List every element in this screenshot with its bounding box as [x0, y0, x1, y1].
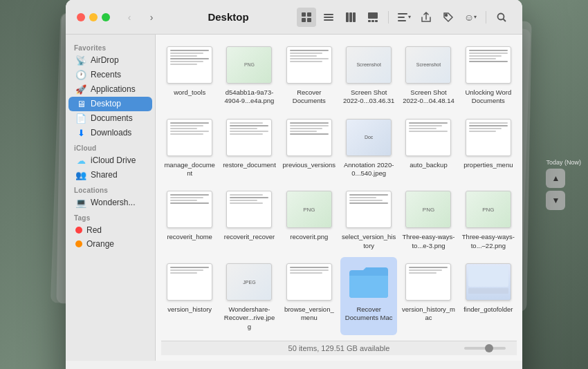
- bottom-buttons: Cancel Restore: [66, 361, 522, 369]
- minimize-button[interactable]: [89, 13, 98, 21]
- list-item[interactable]: PNG recoverit.png: [281, 184, 338, 254]
- file-name: Recover Documents: [282, 88, 336, 106]
- sidebar-item-recents[interactable]: 🕐 Recents: [68, 68, 152, 82]
- list-item[interactable]: version_history: [161, 257, 218, 335]
- file-grid: word_tools PNG d54abb1a-9a73-4904-9...e4…: [161, 40, 517, 335]
- file-name: Screen Shot 2022-0...04.48.14: [401, 88, 455, 106]
- content-area: Favorites 📡 AirDrop 🕐 Recents 🚀 Applicat…: [66, 35, 522, 361]
- list-item[interactable]: PNG d54abb1a-9a73-4904-9...e4a.png: [221, 40, 277, 110]
- back-button[interactable]: ‹: [121, 9, 138, 26]
- view-columns-button[interactable]: [341, 8, 360, 27]
- list-item[interactable]: PNG Three-easy-ways-to...e-3.png: [400, 184, 457, 254]
- svg-rect-2: [302, 18, 306, 22]
- forward-button[interactable]: ›: [143, 9, 160, 26]
- tags-label: Tags: [66, 210, 155, 223]
- file-name: recoverit_recover: [224, 233, 275, 241]
- list-item[interactable]: PNG Three-easy-ways-to...–22.png: [460, 184, 517, 254]
- sidebar-item-airdrop[interactable]: 📡 AirDrop: [68, 53, 152, 68]
- list-item[interactable]: finder_gotofolder: [460, 257, 517, 335]
- sidebar-wondershare-label: Wondersh...: [91, 198, 135, 207]
- file-name: d54abb1a-9a73-4904-9...e4a.png: [222, 88, 276, 106]
- search-button[interactable]: [492, 8, 511, 27]
- list-item[interactable]: word_tools: [161, 40, 218, 110]
- svg-rect-12: [371, 20, 374, 22]
- sidebar-red-label: Red: [86, 225, 102, 235]
- list-item[interactable]: Screenshot Screen Shot 2022-0...03.46.31: [340, 40, 397, 110]
- sidebar-item-applications[interactable]: 🚀 Applications: [68, 82, 152, 97]
- file-grid-container[interactable]: word_tools PNG d54abb1a-9a73-4904-9...e4…: [156, 35, 522, 361]
- traffic-lights: [77, 13, 110, 21]
- sidebar-downloads-label: Downloads: [91, 128, 131, 138]
- list-item[interactable]: recoverit_home: [161, 184, 218, 254]
- svg-rect-6: [324, 19, 333, 21]
- list-item[interactable]: Screenshot Screen Shot 2022-0...04.48.14: [400, 40, 457, 110]
- file-name: version_history: [167, 305, 212, 314]
- sidebar-item-desktop[interactable]: 🖥 Desktop: [68, 97, 152, 111]
- emoji-button[interactable]: ☺▾: [461, 8, 480, 27]
- sidebar: Favorites 📡 AirDrop 🕐 Recents 🚀 Applicat…: [66, 35, 156, 361]
- svg-rect-9: [353, 12, 356, 22]
- view-list-button[interactable]: [319, 8, 338, 27]
- airdrop-icon: 📡: [75, 55, 86, 66]
- list-item[interactable]: previous_versions: [281, 113, 338, 182]
- svg-rect-0: [302, 12, 306, 17]
- close-button[interactable]: [77, 13, 85, 21]
- list-item[interactable]: Recover Documents: [281, 40, 338, 110]
- sidebar-item-shared[interactable]: 👥 Shared: [68, 168, 152, 182]
- list-item[interactable]: select_version_history: [340, 184, 397, 254]
- sidebar-applications-label: Applications: [91, 84, 136, 94]
- file-name: recoverit.png: [290, 233, 328, 241]
- svg-rect-14: [398, 13, 407, 15]
- list-item[interactable]: recoverit_recover: [221, 184, 277, 254]
- list-item[interactable]: JPEG Wondershare-Recover...rive.jpeg: [221, 257, 277, 335]
- sidebar-item-red[interactable]: Red: [68, 223, 152, 237]
- sidebar-icloud-label: iCloud Drive: [91, 155, 136, 165]
- wondershare-icon: 💻: [75, 198, 86, 208]
- list-item[interactable]: Doc Annotation 2020-0...540.jpeg: [340, 113, 397, 182]
- file-name: browse_version_menu: [282, 305, 336, 323]
- status-bar: 50 items, 129.51 GB available: [161, 341, 517, 355]
- share-button[interactable]: [416, 8, 436, 27]
- list-item[interactable]: manage_document: [161, 113, 218, 182]
- list-item[interactable]: browse_version_menu: [281, 257, 338, 335]
- file-name: select_version_history: [342, 233, 396, 250]
- list-item[interactable]: properties_menu: [460, 113, 517, 182]
- list-item[interactable]: restore_document: [221, 113, 277, 182]
- sidebar-item-orange[interactable]: Orange: [68, 237, 152, 251]
- file-name: auto_backup: [410, 161, 447, 169]
- locations-label: Locations: [66, 182, 155, 196]
- file-name: Three-easy-ways-to...e-3.png: [401, 233, 455, 250]
- desktop-icon: 🖥: [75, 99, 86, 109]
- sidebar-item-documents[interactable]: 📄 Documents: [68, 111, 152, 126]
- sidebar-item-wondershare[interactable]: 💻 Wondersh...: [68, 196, 152, 210]
- svg-rect-16: [398, 20, 406, 21]
- file-name: Recover Documents Mac: [342, 305, 396, 323]
- title-bar: ‹ › Desktop: [66, 0, 522, 35]
- sidebar-recents-label: Recents: [91, 70, 121, 79]
- list-item[interactable]: auto_backup: [400, 113, 457, 182]
- sidebar-item-downloads[interactable]: ⬇ Downloads: [68, 126, 152, 140]
- red-tag-dot: [75, 227, 82, 234]
- maximize-button[interactable]: [102, 13, 110, 21]
- zoom-slider[interactable]: [464, 347, 506, 350]
- list-item[interactable]: Unlocking Word Documents: [460, 40, 517, 110]
- sidebar-desktop-label: Desktop: [91, 99, 121, 108]
- list-item[interactable]: version_history_mac: [400, 257, 457, 335]
- file-name: finder_gotofolder: [463, 305, 513, 314]
- view-gallery-button[interactable]: [363, 8, 383, 27]
- svg-rect-1: [307, 12, 311, 17]
- view-grid-button[interactable]: [297, 8, 316, 27]
- list-item[interactable]: Recover Documents Mac: [340, 257, 397, 335]
- file-name: manage_document: [163, 161, 217, 178]
- recents-icon: 🕐: [75, 70, 86, 80]
- svg-rect-13: [375, 20, 378, 22]
- group-button[interactable]: ▾: [394, 8, 414, 27]
- sidebar-shared-label: Shared: [91, 170, 118, 180]
- tag-button[interactable]: [439, 8, 458, 27]
- file-name: Unlocking Word Documents: [461, 88, 515, 106]
- svg-line-19: [504, 19, 506, 21]
- sidebar-item-icloud[interactable]: ☁ iCloud Drive: [68, 153, 152, 168]
- shared-icon: 👥: [75, 170, 86, 180]
- file-name: Screen Shot 2022-0...03.46.31: [342, 88, 396, 106]
- file-name: recoverit_home: [167, 233, 212, 241]
